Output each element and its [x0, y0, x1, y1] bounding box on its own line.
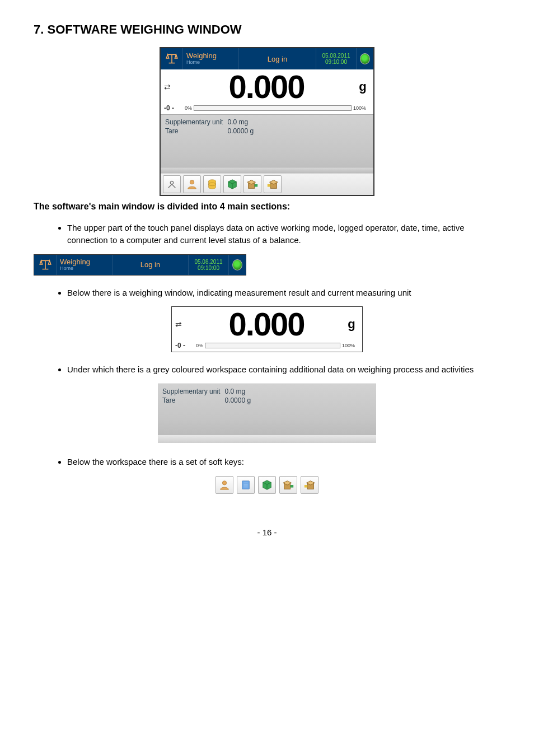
bargraph: -0 - 0% 100% [164, 104, 370, 112]
list-item: Under which there is a grey coloured wor… [67, 363, 500, 376]
weighing-window: ⇄ 0.000 g -0 - 0% 100% [161, 69, 373, 114]
zero-indicator: -0 - [164, 104, 180, 112]
workspace-value: 0.0 mg [227, 118, 258, 127]
workspace-row: Tare 0.0000 g [165, 127, 258, 136]
svg-rect-13 [291, 485, 294, 488]
page-number: - 16 - [34, 528, 500, 537]
box-right-icon [266, 178, 279, 190]
softkeys-crop [216, 476, 318, 494]
softkey-tools[interactable] [163, 175, 181, 193]
section-heading: 7. SOFTWARE WEIGHING WINDOW [34, 22, 500, 37]
softkey-box-left[interactable] [243, 175, 261, 193]
login-button[interactable]: Log in [239, 48, 316, 69]
database-icon [240, 479, 252, 491]
weighing-crop: ⇄ 0.000 g -0 - 0% 100% [171, 306, 363, 352]
workspace-row: Supplementary unit 0.0 mg [165, 118, 258, 127]
bargraph-bar [194, 105, 352, 111]
package-icon [261, 479, 273, 491]
softkey-package[interactable] [258, 476, 276, 494]
weight-unit[interactable]: g [355, 80, 370, 94]
workspace-row: Tare 0.0000 g [162, 396, 255, 405]
softkey-bar [161, 173, 373, 195]
workspace-panel[interactable]: Supplementary unit 0.0 mg Tare 0.0000 g [161, 114, 373, 173]
weight-value: 0.000 [189, 308, 344, 340]
datetime-display[interactable]: 05.08.2011 09:10:00 [316, 48, 357, 69]
mode-section[interactable]: Weighing Home [183, 48, 239, 69]
softkey-box-left[interactable] [279, 476, 297, 494]
box-right-icon [303, 479, 316, 491]
softkey-package[interactable] [223, 175, 241, 193]
svg-point-7 [222, 480, 226, 484]
softkey-box-right[interactable] [264, 175, 282, 193]
mode-icon[interactable] [161, 48, 183, 69]
level-dot-icon [360, 53, 370, 64]
intro-text: The software's main window is divided in… [34, 202, 500, 212]
softkey-user[interactable] [216, 476, 233, 494]
main-screenshot: Weighing Home Log in 05.08.2011 09:10:00… [160, 47, 374, 196]
softkey-user[interactable] [183, 175, 201, 193]
workspace-crop: Supplementary unit 0.0 mg Tare 0.0000 g [158, 384, 376, 443]
weight-unit[interactable]: g [344, 317, 359, 332]
database-icon [206, 178, 218, 190]
user-icon [186, 178, 198, 190]
list-item: Below there is a weighing window, indica… [67, 287, 500, 299]
level-indicator[interactable] [229, 255, 246, 275]
range-min: 0% [180, 105, 192, 111]
mode-title: Weighing [186, 52, 217, 59]
topbar-crop: Weighing Home Log in 05.08.2011 09:10:00 [34, 254, 246, 276]
workspace-label: Tare [165, 127, 227, 136]
login-button[interactable]: Log in [113, 255, 189, 275]
weight-value: 0.000 [177, 71, 355, 103]
list-item: Below the workspace there is a set of so… [67, 456, 500, 468]
user-icon [218, 479, 231, 491]
svg-rect-15 [305, 485, 308, 488]
level-dot-icon [232, 259, 242, 270]
stability-icon: ⇄ [164, 82, 177, 91]
workspace-label: Supplementary unit [165, 118, 227, 127]
mode-subtitle: Home [186, 59, 200, 66]
mode-section[interactable]: Weighing Home [57, 255, 113, 275]
level-indicator[interactable] [357, 48, 373, 69]
svg-point-0 [190, 180, 194, 184]
svg-rect-4 [255, 184, 258, 187]
range-max: 100% [353, 105, 370, 111]
box-left-icon [246, 178, 259, 190]
stability-icon: ⇄ [175, 320, 189, 329]
softkey-box-right[interactable] [301, 476, 318, 494]
package-icon [226, 178, 238, 190]
softkey-database[interactable] [203, 175, 221, 193]
workspace-divider [158, 435, 376, 443]
mode-icon[interactable] [34, 255, 57, 275]
list-item: The upper part of the touch panel displa… [67, 222, 500, 246]
workspace-divider [161, 167, 373, 173]
svg-rect-6 [268, 184, 271, 187]
box-left-icon [282, 479, 294, 491]
bargraph: -0 - 0% 100% [175, 342, 359, 349]
workspace-row: Supplementary unit 0.0 mg [162, 388, 255, 396]
workspace-value: 0.0000 g [227, 127, 258, 136]
datetime-display[interactable]: 05.08.2011 09:10:00 [189, 255, 229, 275]
status-bar: Weighing Home Log in 05.08.2011 09:10:00 [161, 48, 373, 69]
softkey-database[interactable] [237, 476, 255, 494]
tools-icon [166, 178, 178, 190]
